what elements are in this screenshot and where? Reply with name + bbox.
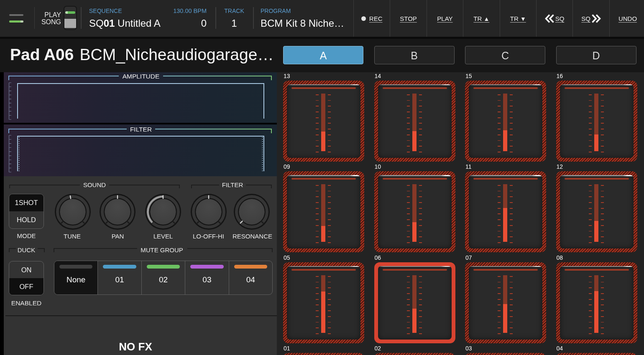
svg-text:FILTER: FILTER — [130, 126, 152, 133]
svg-text:AMPLITUDE: AMPLITUDE — [123, 73, 160, 80]
